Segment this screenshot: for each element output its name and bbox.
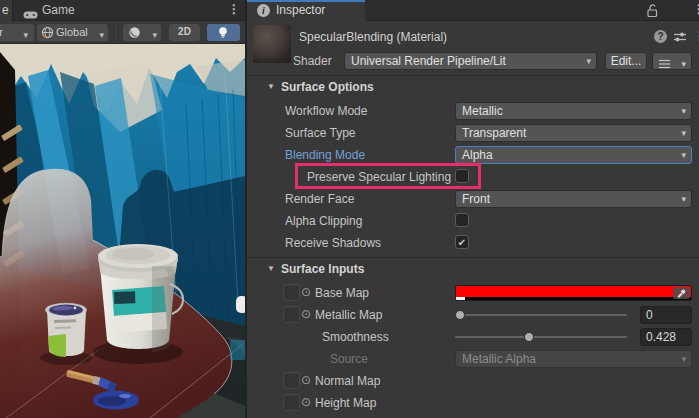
tab-game[interactable]: Game xyxy=(14,0,106,21)
base-map-alpha-strip xyxy=(456,297,691,300)
alpha-clipping-label: Alpha Clipping xyxy=(285,214,362,228)
smoothness-slider[interactable] xyxy=(455,326,627,348)
normal-map-label: Normal Map xyxy=(315,374,380,388)
shader-label: Shader xyxy=(293,54,332,68)
surface-options-title: Surface Options xyxy=(281,80,374,94)
active-tab-highlight xyxy=(247,0,365,2)
alpha-clipping-checkbox[interactable] xyxy=(455,213,469,227)
chevron-down-icon: ▾ xyxy=(152,27,157,43)
shading-mode-button[interactable]: ▾ xyxy=(123,24,161,41)
shader-value: Universal Render Pipeline/Lit xyxy=(351,54,506,68)
blending-mode-dropdown[interactable]: Alpha ▾ xyxy=(455,146,692,164)
receive-shadows-checkbox[interactable]: ✔ xyxy=(455,235,469,249)
help-icon[interactable]: ? xyxy=(654,30,667,43)
height-map-texture-slot[interactable] xyxy=(283,394,300,411)
material-menu-kebab-icon[interactable]: ⋮ xyxy=(694,29,699,43)
pivot-mode-label: ter xyxy=(0,26,3,38)
metallic-map-texture-slot[interactable] xyxy=(283,306,300,323)
tab-scene-partial-label: e xyxy=(2,3,9,17)
base-map-texture-slot[interactable] xyxy=(283,284,300,301)
preserve-specular-label: Preserve Specular Lighting xyxy=(307,170,451,184)
source-label: Source xyxy=(330,352,368,366)
pivot-mode-button[interactable]: ter ▾ xyxy=(0,24,34,41)
surface-inputs-title: Surface Inputs xyxy=(281,262,364,276)
inspector-tabstrip: i Inspector ⋮ xyxy=(247,0,699,21)
material-header: SpecularBlending (Material) ? ⋮ Shader U… xyxy=(247,21,699,76)
receive-shadows-row: Receive Shadows ✔ xyxy=(247,232,699,254)
source-value: Metallic Alpha xyxy=(462,352,536,366)
blending-mode-label: Blending Mode xyxy=(285,148,365,162)
eyedropper-button[interactable] xyxy=(673,287,690,299)
lightbulb-icon xyxy=(217,26,229,40)
scene-toolbar: ter ▾ Global ▾ ▾ 2D xyxy=(0,21,245,44)
lock-open-icon[interactable] xyxy=(645,3,659,21)
tab-inspector[interactable]: i Inspector xyxy=(247,0,365,21)
chevron-down-icon: ▾ xyxy=(681,150,686,160)
base-map-color-field[interactable] xyxy=(455,285,692,301)
smoothness-row: Smoothness 0.428 xyxy=(247,326,699,348)
chevron-down-icon: ▾ xyxy=(681,106,686,116)
surface-type-value: Transparent xyxy=(462,126,526,140)
slider-track xyxy=(455,314,627,316)
scene-tabstrip: e Game ⋮ xyxy=(0,0,245,21)
scene-lighting-toggle-button[interactable] xyxy=(207,24,240,41)
chevron-down-icon: ▾ xyxy=(586,56,591,66)
metallic-map-value-field[interactable]: 0 xyxy=(640,306,692,324)
workflow-mode-row: Workflow Mode Metallic ▾ xyxy=(247,100,699,122)
slider-track xyxy=(455,336,627,338)
tab-scene-partial[interactable]: e xyxy=(0,0,13,21)
surface-type-dropdown[interactable]: Transparent ▾ xyxy=(455,124,692,142)
metallic-map-slider[interactable] xyxy=(455,304,627,326)
object-picker-icon[interactable]: ⊙ xyxy=(301,395,311,409)
base-map-color-swatch xyxy=(456,286,691,297)
normal-map-row: ⊙ Normal Map xyxy=(247,370,699,392)
object-picker-icon[interactable]: ⊙ xyxy=(301,307,311,321)
object-picker-icon[interactable]: ⊙ xyxy=(301,373,311,387)
render-face-label: Render Face xyxy=(285,192,354,206)
inspector-panel: i Inspector ⋮ SpecularBlending (Material… xyxy=(245,0,699,418)
chevron-down-icon: ▾ xyxy=(681,354,686,364)
alpha-clipping-row: Alpha Clipping xyxy=(247,210,699,232)
surface-inputs-header[interactable]: ▼ Surface Inputs xyxy=(247,260,699,280)
globe-icon xyxy=(41,26,54,43)
blending-mode-value: Alpha xyxy=(462,148,493,162)
chevron-down-icon: ▾ xyxy=(681,194,686,204)
metallic-map-slider-handle[interactable] xyxy=(455,310,465,320)
shader-dropdown[interactable]: Universal Render Pipeline/Lit ▾ xyxy=(344,52,597,70)
smoothness-value-field[interactable]: 0.428 xyxy=(640,328,692,346)
metallic-map-label: Metallic Map xyxy=(315,308,382,322)
preserve-specular-row: Preserve Specular Lighting xyxy=(247,166,699,188)
chevron-down-icon: ▾ xyxy=(23,27,28,43)
presets-icon[interactable] xyxy=(673,31,687,46)
global-axis-button[interactable]: Global ▾ xyxy=(37,24,108,41)
scene-menu-kebab-icon[interactable]: ⋮ xyxy=(228,2,240,16)
toggle-2d-button[interactable]: 2D xyxy=(169,24,200,41)
object-picker-icon[interactable]: ⊙ xyxy=(301,285,311,299)
normal-map-texture-slot[interactable] xyxy=(283,372,300,389)
workflow-mode-value: Metallic xyxy=(462,104,503,118)
toggle-2d-label: 2D xyxy=(178,26,191,37)
tab-inspector-label: Inspector xyxy=(276,3,325,17)
chevron-down-icon: ▾ xyxy=(99,27,104,43)
render-face-dropdown[interactable]: Front ▾ xyxy=(455,190,692,208)
unity-editor-window: e Game ⋮ ter ▾ Global ▾ xyxy=(0,0,699,418)
shader-list-button[interactable]: ▾ xyxy=(652,52,692,70)
workflow-mode-dropdown[interactable]: Metallic ▾ xyxy=(455,102,692,120)
surface-type-label: Surface Type xyxy=(285,126,356,140)
smoothness-slider-handle[interactable] xyxy=(524,332,534,342)
check-icon: ✔ xyxy=(458,237,466,248)
base-map-alpha-fill xyxy=(456,297,465,300)
info-icon: i xyxy=(257,4,270,17)
workflow-mode-label: Workflow Mode xyxy=(285,104,367,118)
inspector-menu-kebab-icon[interactable]: ⋮ xyxy=(693,2,699,16)
scene-render xyxy=(0,44,245,418)
foldout-arrow-icon: ▼ xyxy=(267,264,275,273)
edit-button-label: Edit... xyxy=(611,54,642,68)
tab-game-label: Game xyxy=(42,0,75,20)
shader-edit-button[interactable]: Edit... xyxy=(605,52,647,70)
section-separator xyxy=(247,257,699,258)
scene-viewport[interactable] xyxy=(0,44,245,418)
preserve-specular-checkbox[interactable] xyxy=(455,169,469,183)
source-row: Source Metallic Alpha ▾ xyxy=(247,348,699,370)
surface-options-header[interactable]: ▼ Surface Options xyxy=(247,78,699,98)
